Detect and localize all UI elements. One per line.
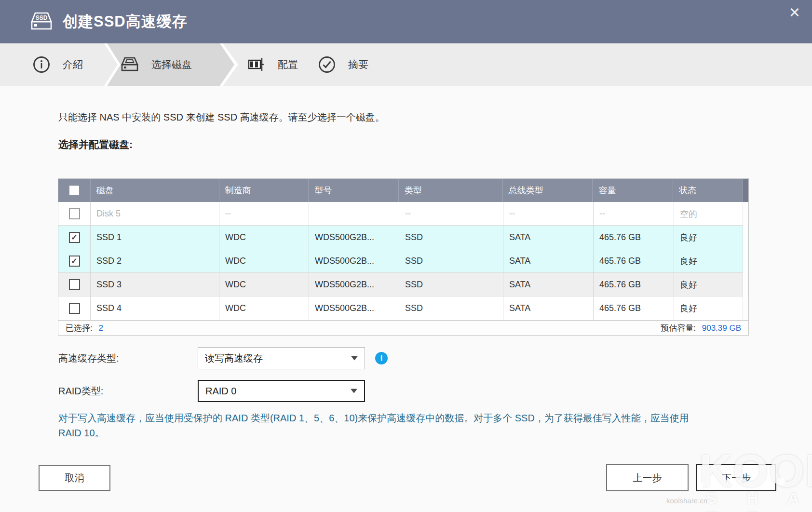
cell-capacity: 465.76 GB — [594, 226, 674, 249]
cell-model: WDS500G2B... — [309, 226, 399, 249]
checkbox-checked: ✓ — [69, 256, 80, 267]
checkbox-unchecked — [69, 208, 80, 219]
checkbox-unchecked — [69, 303, 80, 314]
cell-capacity: 465.76 GB — [594, 296, 674, 320]
chevron-down-icon — [351, 356, 358, 361]
cell-bus: SATA — [503, 249, 594, 273]
cache-type-label: 高速缓存类型: — [58, 347, 119, 369]
dialog-title: 创建SSD高速缓存 — [63, 12, 188, 32]
cell-model: WDS500G2B... — [309, 273, 399, 296]
step-select-disks[interactable]: 选择磁盘 — [120, 43, 192, 86]
cell-model — [309, 202, 399, 226]
checkbox-unchecked — [69, 279, 80, 290]
cell-type: SSD — [399, 249, 503, 273]
cell-disk: SSD 3 — [91, 273, 219, 296]
cell-vendor: WDC — [219, 296, 309, 320]
raid-icon — [246, 55, 266, 74]
estimate-label: 预估容量: — [661, 323, 696, 333]
cell-capacity: -- — [594, 202, 674, 226]
close-icon[interactable]: ✕ — [785, 3, 804, 22]
cell-status: 良好 — [674, 249, 744, 273]
step-label: 介紹 — [63, 58, 83, 71]
section-heading: 选择并配置磁盘: — [58, 138, 133, 151]
selected-label: 已选择: — [66, 323, 93, 333]
step-summary[interactable]: 摘要 — [317, 43, 368, 86]
checkbox-checked: ✓ — [69, 232, 80, 243]
cell-bus: -- — [503, 202, 594, 226]
col-capacity[interactable]: 容量 — [593, 179, 673, 202]
cell-type: SSD — [399, 226, 503, 249]
selected-count: 已选择: 2 — [66, 323, 103, 334]
col-disk[interactable]: 磁盘 — [91, 179, 219, 202]
cell-disk: SSD 1 — [91, 226, 219, 249]
cell-disk: SSD 4 — [91, 296, 219, 320]
cell-status: 良好 — [674, 296, 744, 320]
cache-type-select[interactable]: 读写高速缓存 — [198, 347, 365, 369]
raid-type-label: RAID类型: — [58, 380, 103, 402]
drive-icon — [120, 55, 140, 74]
raid-type-select[interactable]: RAID 0 — [198, 380, 365, 402]
row-checkbox[interactable]: ✓ — [58, 249, 91, 273]
col-vendor[interactable]: 制造商 — [219, 179, 309, 202]
cell-status: 良好 — [674, 226, 744, 249]
col-type[interactable]: 类型 — [399, 179, 503, 202]
row-checkbox[interactable] — [58, 296, 91, 320]
ssd-cache-wizard-dialog: SSD 创建SSD高速缓存 ✕ 介紹 选择 — [0, 0, 812, 512]
previous-button[interactable]: 上一步 — [606, 464, 689, 491]
cell-type: SSD — [399, 273, 503, 296]
cell-status: 空的 — [674, 202, 744, 226]
header-scroll-spacer — [743, 179, 748, 202]
cancel-button[interactable]: 取消 — [39, 465, 110, 491]
cell-disk: Disk 5 — [91, 202, 219, 226]
cell-vendor: WDC — [219, 249, 309, 273]
col-status[interactable]: 状态 — [673, 179, 743, 202]
selected-count-value: 2 — [98, 323, 103, 333]
step-configure[interactable]: 配置 — [246, 43, 298, 86]
cell-model: WDS500G2B... — [309, 296, 399, 320]
info-icon[interactable]: i — [375, 352, 388, 364]
table-body: Disk 5--------空的✓SSD 1WDCWDS500G2B...SSD… — [58, 202, 748, 320]
svg-text:SSD: SSD — [36, 14, 48, 21]
cell-type: -- — [399, 202, 503, 226]
table-row[interactable]: SSD 4WDCWDS500G2B...SSDSATA465.76 GB良好 — [58, 296, 748, 320]
step-intro[interactable]: 介紹 — [32, 43, 83, 86]
cell-capacity: 465.76 GB — [594, 249, 674, 273]
step-label: 选择磁盘 — [151, 58, 192, 71]
watermark-url: koolshare.cn — [666, 497, 707, 505]
cell-bus: SATA — [503, 296, 594, 320]
checkbox-box — [69, 186, 79, 195]
select-all-checkbox[interactable] — [58, 179, 91, 202]
titlebar: SSD 创建SSD高速缓存 ✕ — [0, 0, 812, 43]
row-checkbox[interactable] — [58, 202, 91, 226]
col-bus[interactable]: 总线类型 — [503, 179, 593, 202]
cell-vendor: -- — [219, 202, 309, 226]
cell-status: 良好 — [674, 273, 744, 296]
intro-text: 只能选择 NAS 中安装的 SSD 来创建 SSD 高速缓存。请至少选择一个磁盘… — [58, 111, 385, 124]
cell-model: WDS500G2B... — [309, 249, 399, 273]
row-checkbox[interactable] — [58, 273, 91, 296]
col-model[interactable]: 型号 — [309, 179, 399, 202]
cell-disk: SSD 2 — [91, 249, 219, 273]
check-circle-icon — [317, 55, 337, 74]
table-row[interactable]: ✓SSD 1WDCWDS500G2B...SSDSATA465.76 GB良好 — [58, 226, 748, 249]
watermark-dot — [778, 478, 785, 485]
table-scrollbar[interactable] — [743, 202, 748, 320]
step-label: 配置 — [278, 58, 298, 71]
chevron-down-icon — [351, 389, 357, 393]
cell-capacity: 465.76 GB — [594, 273, 674, 296]
watermark-share: S H A R E — [706, 489, 812, 512]
estimated-capacity: 预估容量: 903.39 GB — [661, 323, 741, 334]
raid-type-value: RAID 0 — [205, 386, 236, 397]
table-row[interactable]: ✓SSD 2WDCWDS500G2B...SSDSATA465.76 GB良好 — [58, 249, 748, 273]
table-row[interactable]: SSD 3WDCWDS500G2B...SSDSATA465.76 GB良好 — [58, 273, 748, 296]
next-button[interactable]: 下一步 — [696, 464, 776, 491]
table-row[interactable]: Disk 5--------空的 — [58, 202, 748, 226]
ssd-drive-icon: SSD — [30, 12, 53, 32]
table-header: 磁盘 制造商 型号 类型 总线类型 容量 状态 — [58, 179, 748, 202]
info-icon — [32, 55, 51, 74]
raid-note: 对于写入高速缓存，应当使用受保护的 RAID 类型(RAID 1、5、6、10)… — [58, 411, 700, 441]
step-label: 摘要 — [348, 58, 368, 71]
disk-table: 磁盘 制造商 型号 类型 总线类型 容量 状态 Disk 5--------空的… — [58, 178, 749, 336]
row-checkbox[interactable]: ✓ — [58, 226, 91, 249]
cell-vendor: WDC — [219, 273, 309, 296]
